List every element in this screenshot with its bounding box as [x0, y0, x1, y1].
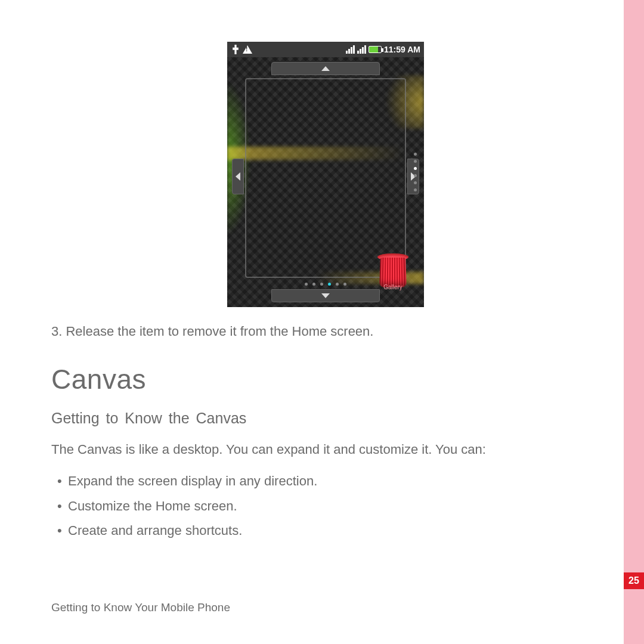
battery-icon [369, 46, 382, 53]
status-right: 11:59 AM [346, 45, 420, 54]
page-number-badge: 25 [624, 572, 644, 589]
cell-signal-icon [357, 45, 366, 54]
usb-icon [231, 45, 240, 54]
canvas-frame [245, 78, 406, 278]
scroll-up-tab[interactable] [271, 62, 380, 75]
list-item: Expand the screen display in any directi… [51, 469, 600, 494]
phone-screenshot: 11:59 AM [227, 42, 424, 307]
trash-icon [379, 258, 406, 287]
instruction-step-3: 3. Release the item to remove it from th… [51, 324, 600, 339]
scroll-left-tab[interactable] [232, 159, 244, 194]
chevron-left-icon [236, 172, 240, 181]
section-heading: Canvas [51, 363, 600, 395]
manual-page: 25 11:59 AM [0, 0, 644, 644]
feature-list: Expand the screen display in any directi… [51, 469, 600, 543]
list-item: Customize the Home screen. [51, 494, 600, 519]
page-indicator-vertical [414, 153, 417, 191]
dragged-item-label: Gallery [376, 284, 410, 290]
content-area: 11:59 AM [51, 42, 600, 543]
trash-drop-target[interactable]: Gallery [376, 251, 410, 289]
status-bar: 11:59 AM [227, 42, 424, 57]
status-time: 11:59 AM [384, 45, 420, 54]
list-item: Create and arrange shortcuts. [51, 518, 600, 543]
home-canvas[interactable]: Gallery [227, 57, 424, 307]
scroll-down-tab[interactable] [271, 289, 380, 302]
chapter-footer: Getting to Know Your Mobile Phone [51, 601, 230, 614]
intro-paragraph: The Canvas is like a desktop. You can ex… [51, 440, 600, 459]
data-signal-icon [346, 45, 355, 54]
side-stripe [624, 0, 644, 644]
screenshot-wrap: 11:59 AM [51, 42, 600, 307]
subsection-heading: Getting to Know the Canvas [51, 410, 600, 427]
status-left [231, 45, 252, 54]
scroll-right-tab[interactable] [407, 159, 419, 194]
chevron-down-icon [321, 293, 330, 298]
chevron-up-icon [321, 66, 330, 71]
warning-icon [243, 45, 252, 54]
